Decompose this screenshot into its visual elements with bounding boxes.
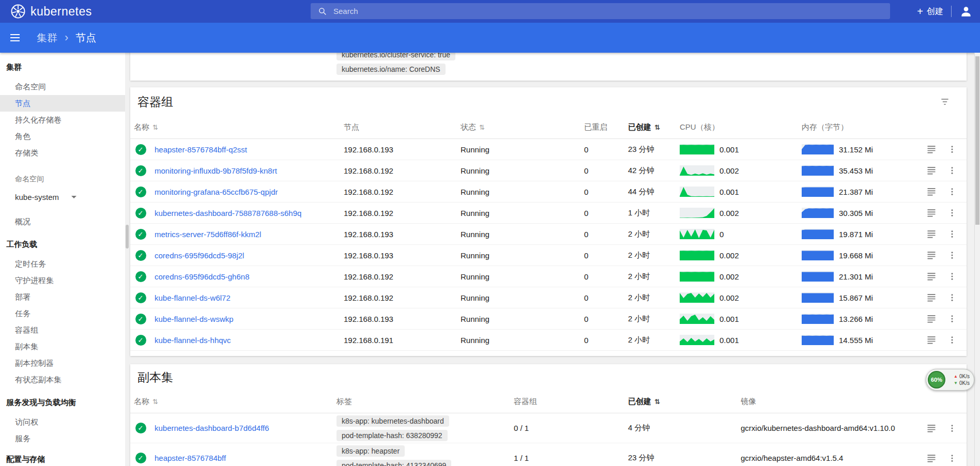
sidebar-item-persistent-volumes[interactable]: 持久化存储卷	[0, 112, 125, 128]
pod-name-link[interactable]: kubernetes-dashboard-7588787688-s6h9q	[151, 209, 340, 218]
sidebar-item-jobs[interactable]: 任务	[0, 305, 125, 322]
logs-icon[interactable]	[921, 423, 942, 433]
filter-icon[interactable]	[940, 97, 950, 107]
table-row[interactable]: ✓ coredns-695f96dcd5-gh6n8 192.168.0.192…	[130, 266, 967, 287]
sidebar-scrollbar-thumb[interactable]	[126, 225, 129, 248]
pod-status: Running	[457, 145, 580, 154]
table-row[interactable]: ✓ kube-flannel-ds-wswkp 192.168.0.193 Ru…	[130, 308, 967, 330]
logs-icon[interactable]	[921, 292, 942, 303]
memory-sparkline	[802, 250, 834, 260]
user-account-icon[interactable]	[959, 5, 973, 18]
column-label: 已创建	[628, 122, 651, 132]
pod-name-link[interactable]: coredns-695f96dcd5-gh6n8	[151, 272, 340, 281]
replicasets-card: 副本集 名称 ⇅ 标签 容器组 已创建 ⇅ 镜像	[130, 364, 967, 466]
column-label: 镜像	[741, 397, 756, 407]
pod-name-link[interactable]: kube-flannel-ds-w6l72	[151, 293, 340, 302]
logs-icon[interactable]	[921, 187, 942, 197]
logs-icon[interactable]	[921, 271, 942, 282]
pod-name-link[interactable]: coredns-695f96dcd5-98j2l	[151, 251, 340, 260]
pod-name-link[interactable]: kube-flannel-ds-hhqvc	[151, 336, 340, 345]
namespace-select[interactable]: kube-system	[0, 189, 125, 205]
row-menu-kebab-icon[interactable]	[942, 251, 962, 260]
row-menu-kebab-icon[interactable]	[942, 335, 962, 345]
row-menu-kebab-icon[interactable]	[942, 187, 962, 196]
vertical-scrollbar[interactable]	[974, 53, 980, 466]
logs-icon[interactable]	[921, 453, 942, 463]
search-bar[interactable]	[311, 3, 890, 19]
table-row[interactable]: ✓ kube-flannel-ds-hhqvc 192.168.0.191 Ru…	[130, 330, 967, 351]
sidebar-item-deployments[interactable]: 部署	[0, 289, 125, 305]
cluster-section-title: 集群	[0, 59, 125, 75]
brand-title: kubernetes	[30, 5, 92, 19]
replicasets-table-body: ✓ kubernetes-dashboard-b7d6d4ff6 k8s-app…	[130, 413, 967, 466]
table-row[interactable]: ✓ coredns-695f96dcd5-98j2l 192.168.0.193…	[130, 245, 967, 266]
brand[interactable]: kubernetes	[10, 0, 92, 23]
sidebar-item-daemon-sets[interactable]: 守护进程集	[0, 272, 125, 289]
row-menu-kebab-icon[interactable]	[942, 272, 962, 281]
menu-hamburger-icon[interactable]	[9, 32, 21, 44]
column-header-status[interactable]: 状态 ⇅	[457, 122, 580, 132]
sidebar-item-roles[interactable]: 角色	[0, 128, 125, 145]
table-row[interactable]: ✓ kube-flannel-ds-w6l72 192.168.0.192 Ru…	[130, 287, 967, 308]
status-cell: ✓	[130, 229, 151, 240]
column-header-restarts[interactable]: 已重启	[580, 122, 624, 132]
column-header-created[interactable]: 已创建 ⇅	[624, 122, 676, 132]
table-row[interactable]: ✓ monitoring-influxdb-9b78f5fd9-kn8rt 19…	[130, 160, 967, 181]
row-menu-kebab-icon[interactable]	[942, 166, 962, 175]
table-row[interactable]: ✓ kubernetes-dashboard-b7d6d4ff6 k8s-app…	[130, 413, 967, 443]
pod-name-link[interactable]: monitoring-grafana-65ccfb675-qpjdr	[151, 188, 340, 196]
search-input[interactable]	[332, 6, 890, 16]
row-menu-kebab-icon[interactable]	[942, 454, 962, 463]
label-chip: kubernetes.io/cluster-service: true	[336, 53, 455, 60]
logs-icon[interactable]	[921, 314, 942, 324]
row-menu-kebab-icon[interactable]	[942, 314, 962, 323]
column-header-created[interactable]: 已创建 ⇅	[624, 397, 737, 407]
speed-monitor-overlay[interactable]: 60% ▲ 0K/s ▼ 0K/s	[926, 369, 974, 391]
row-menu-kebab-icon[interactable]	[942, 293, 962, 302]
breadcrumb-cluster[interactable]: 集群	[37, 31, 57, 45]
topbar-actions: + 创建	[917, 0, 973, 23]
row-menu-kebab-icon[interactable]	[942, 424, 962, 433]
sidebar-item-overview[interactable]: 概况	[0, 213, 125, 230]
sidebar-item-storage-classes[interactable]: 存储类	[0, 145, 125, 161]
cpu-cell: 0	[676, 229, 798, 239]
memory-value: 21.387 Mi	[839, 188, 873, 196]
table-row[interactable]: ✓ kubernetes-dashboard-7588787688-s6h9q …	[130, 203, 967, 224]
row-menu-kebab-icon[interactable]	[942, 208, 962, 218]
logs-icon[interactable]	[921, 229, 942, 239]
row-menu-kebab-icon[interactable]	[942, 145, 962, 154]
row-menu-kebab-icon[interactable]	[942, 229, 962, 239]
replicaset-name-link[interactable]: heapster-8576784bff	[151, 454, 333, 462]
logs-icon[interactable]	[921, 144, 942, 154]
pod-name-link[interactable]: metrics-server-75d6ff86f-kkm2l	[151, 230, 340, 239]
logs-icon[interactable]	[921, 335, 942, 345]
pod-name-link[interactable]: heapster-8576784bff-q2sst	[151, 145, 340, 154]
memory-sparkline	[802, 271, 834, 282]
sidebar-item-namespaces[interactable]: 命名空间	[0, 79, 125, 95]
sidebar-item-cron-jobs[interactable]: 定时任务	[0, 256, 125, 272]
logs-icon[interactable]	[921, 208, 942, 218]
sidebar-item-replication-controllers[interactable]: 副本控制器	[0, 355, 125, 371]
table-row[interactable]: ✓ heapster-8576784bff-q2sst 192.168.0.19…	[130, 139, 967, 160]
logs-icon[interactable]	[921, 165, 942, 176]
table-row[interactable]: ✓ heapster-8576784bff k8s-app: heapsterp…	[130, 443, 967, 466]
sidebar-item-pods[interactable]: 容器组	[0, 322, 125, 338]
sidebar-item-nodes[interactable]: 节点	[0, 95, 125, 112]
replicaset-name-link[interactable]: kubernetes-dashboard-b7d6d4ff6	[151, 424, 333, 432]
sidebar-item-services[interactable]: 服务	[0, 430, 125, 447]
sidebar-item-ingresses[interactable]: 访问权	[0, 414, 125, 430]
logs-icon[interactable]	[921, 250, 942, 260]
sidebar-item-stateful-sets[interactable]: 有状态副本集	[0, 371, 125, 388]
sidebar-item-replica-sets[interactable]: 副本集	[0, 338, 125, 355]
column-header-name[interactable]: 名称 ⇅	[130, 397, 333, 407]
create-button[interactable]: + 创建	[917, 6, 943, 18]
status-ok-icon: ✓	[135, 144, 146, 155]
memory-sparkline	[802, 335, 834, 345]
vertical-scrollbar-thumb[interactable]	[975, 56, 979, 225]
column-header-name[interactable]: 名称 ⇅	[130, 122, 340, 132]
table-row[interactable]: ✓ monitoring-grafana-65ccfb675-qpjdr 192…	[130, 181, 967, 203]
table-row[interactable]: ✓ metrics-server-75d6ff86f-kkm2l 192.168…	[130, 224, 967, 245]
pod-name-link[interactable]: monitoring-influxdb-9b78f5fd9-kn8rt	[151, 166, 340, 175]
column-header-node[interactable]: 节点	[340, 122, 457, 132]
pod-name-link[interactable]: kube-flannel-ds-wswkp	[151, 315, 340, 323]
